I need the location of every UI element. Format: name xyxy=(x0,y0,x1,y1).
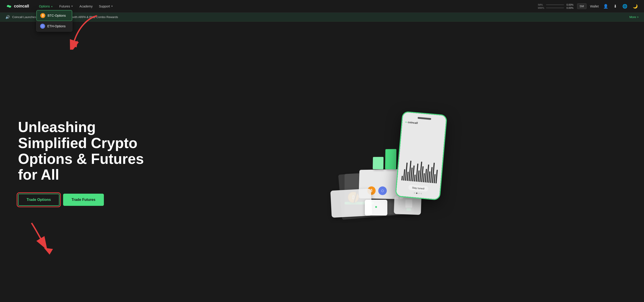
metrics-block: IM% 0.00% MM% 0.00% xyxy=(538,4,574,9)
chevron-down-icon-futures: ▼ xyxy=(71,5,73,8)
announcement-bar: 🔊 Coincall Launches ARPA/USDT Liquidity … xyxy=(0,13,644,22)
phone-screen: ∞ coincall Stay tuned! xyxy=(396,112,446,199)
speaker-icon: 🔊 xyxy=(6,15,10,19)
mm-progress-bg xyxy=(546,8,564,8)
nav-right: IM% 0.00% MM% 0.00% SM Wallet 👤 ⬇ 🌐 🌙 xyxy=(538,3,638,10)
eth-icon: ⬡ xyxy=(40,24,45,29)
svg-marker-3 xyxy=(44,248,53,255)
nav-item-support[interactable]: Support ▼ xyxy=(96,3,116,10)
stay-tuned-badge: Stay tuned! xyxy=(408,185,428,192)
nav-label-futures: Futures xyxy=(59,5,70,8)
eth-coin-box: ⬡ xyxy=(378,187,387,195)
svg-marker-1 xyxy=(70,41,78,47)
btc-icon: ₿ xyxy=(40,13,45,18)
chart-bar-7 xyxy=(414,175,416,182)
chart-bar-0 xyxy=(401,176,403,180)
nav-label-academy: Academy xyxy=(80,5,92,8)
im-progress-bg xyxy=(546,4,564,5)
chart-bar-19 xyxy=(435,170,438,183)
download-icon[interactable]: ⬇ xyxy=(613,3,618,10)
nav-item-futures[interactable]: Futures ▼ xyxy=(56,3,76,10)
chart-bar-12 xyxy=(423,173,424,182)
dot-3 xyxy=(418,193,420,194)
phone-dots xyxy=(414,192,422,194)
chart-bar-9 xyxy=(417,171,419,182)
nav-label-options: Options xyxy=(39,5,50,8)
chart-bar-1 xyxy=(403,169,405,181)
chevron-down-icon-support: ▼ xyxy=(111,5,113,8)
dropdown-eth-label: ETH-Options xyxy=(47,24,66,28)
hero-illustration: ₿ ⬡ ₿ xyxy=(331,108,444,217)
hero-title-line1: Unleashing xyxy=(18,119,96,135)
hero-section: Unleashing Simplified Crypto Options & F… xyxy=(0,22,644,299)
account-icon[interactable]: 👤 xyxy=(602,3,609,10)
hero-left: Unleashing Simplified Crypto Options & F… xyxy=(18,119,149,206)
chevron-up-icon: ▲ xyxy=(51,5,53,8)
chart-bar-18 xyxy=(434,174,435,183)
hero-title: Unleashing Simplified Crypto Options & F… xyxy=(18,119,149,183)
dot-2 xyxy=(416,193,418,194)
logo-text: coincall xyxy=(14,4,29,9)
mm-metric-row: MM% 0.00% xyxy=(538,7,574,9)
phone-mockup: ∞ coincall Stay tuned! xyxy=(395,111,447,200)
dropdown-item-btc[interactable]: ₿ BTC-Options xyxy=(36,10,72,21)
im-value: 0.00% xyxy=(565,4,574,6)
im-metric-row: IM% 0.00% xyxy=(538,4,574,6)
white-sheet-right xyxy=(394,196,422,215)
hero-title-line2: Simplified Crypto xyxy=(18,135,138,151)
red-arrow-button xyxy=(18,221,63,257)
chart-bar-3 xyxy=(407,172,408,181)
chart-bar-15 xyxy=(428,171,430,183)
mm-value: 0.00% xyxy=(565,7,574,9)
language-icon[interactable]: 🌐 xyxy=(622,3,628,10)
mm-label: MM% xyxy=(538,7,545,9)
options-dropdown: ₿ BTC-Options ⬡ ETH-Options xyxy=(36,10,72,32)
dropdown-item-eth[interactable]: ⬡ ETH-Options xyxy=(36,21,72,31)
dropdown-btc-label: BTC-Options xyxy=(48,14,66,17)
phone-notch xyxy=(418,117,431,120)
nav-item-academy[interactable]: Academy xyxy=(77,3,95,10)
nav-items: Options ▲ ₿ BTC-Options ⬡ ETH-Options Fu… xyxy=(36,3,538,10)
green-block-tall xyxy=(385,149,396,169)
wallet-button[interactable]: Wallet xyxy=(590,5,599,8)
green-block-small xyxy=(373,157,384,169)
phone-brand: ∞ coincall xyxy=(405,120,418,125)
hero-title-line3: Options & Futures xyxy=(18,151,144,167)
hero-title-line4: for All xyxy=(18,167,59,183)
theme-toggle-icon[interactable]: 🌙 xyxy=(632,3,638,10)
phone-chart xyxy=(400,125,442,185)
more-link[interactable]: More > xyxy=(629,15,638,19)
white-sheet-center xyxy=(365,200,387,216)
nav-label-support: Support xyxy=(99,5,110,8)
dot-1 xyxy=(414,192,415,194)
trade-options-button[interactable]: Trade Options xyxy=(18,194,60,206)
navbar: coincall Options ▲ ₿ BTC-Options ⬡ ETH-O… xyxy=(0,0,644,13)
sm-badge[interactable]: SM xyxy=(577,4,586,9)
im-label: IM% xyxy=(538,4,545,6)
trade-futures-button[interactable]: Trade Futures xyxy=(63,194,104,206)
nav-item-options[interactable]: Options ▲ ₿ BTC-Options ⬡ ETH-Options xyxy=(36,3,56,10)
dot-4 xyxy=(420,193,422,194)
hero-buttons: Trade Options Trade Futures xyxy=(18,194,149,206)
hero-right: ₿ ⬡ ₿ xyxy=(149,108,626,217)
logo[interactable]: coincall xyxy=(6,4,29,9)
